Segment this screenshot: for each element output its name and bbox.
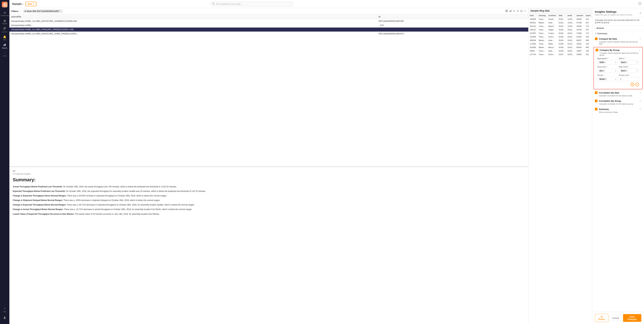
table-row[interactable]: 522690Marke...Macy's01/05...01/01...8343…: [528, 46, 592, 49]
search-placeholder: Ask a question of your data...: [216, 3, 242, 5]
table-cell: Trans...: [537, 53, 547, 56]
dimension-help-icon[interactable]: ?: [607, 66, 608, 68]
period-tag-remove[interactable]: ×: [605, 78, 606, 80]
ai-picker-button[interactable]: AI Picker: [595, 314, 608, 322]
date-field-tag: Each ×: [620, 70, 628, 72]
correlation-group-close[interactable]: ✕: [639, 100, 641, 102]
table-cell: 23663: [575, 53, 584, 56]
sidebar-item-reports[interactable]: Reports: [1, 42, 8, 50]
compare-group-checkbox[interactable]: ✓: [596, 49, 598, 51]
insights-body: › Bottom ∨ Summary ✓ Compare By Date: [592, 26, 644, 312]
table-cell: 01/01...: [566, 32, 575, 35]
aggregation-select[interactable]: SUM × ▾: [597, 60, 618, 65]
help-circle-icon[interactable]: ?: [638, 2, 641, 6]
main-table: sourceFile id /nbcsportsdata-in/NBA_ALL/…: [10, 15, 528, 167]
insight-correlation-by-group: ✓ Correlation By Group ✕ Calculate corre…: [592, 98, 644, 106]
table-row[interactable]: /nbcsportsdata-in/NBA_ALL/NBA_BOXSCORE_G…: [10, 32, 528, 36]
date-field-select[interactable]: Each × ▾: [619, 69, 639, 73]
metric-field: Metric* ? Each × ▾: [619, 57, 639, 65]
dropdown-arrow: ▾: [22, 3, 23, 5]
left-panel: Filters ▽ id Starts With 55f713a526536f4…: [10, 8, 528, 324]
tooltip-row[interactable]: /nbcsportsdata-in/NBA_ALL/NBA_FINALBOX_P…: [10, 28, 528, 32]
table-row[interactable]: 107287Trans...Costco01/03...01/01...1769…: [528, 32, 592, 35]
metric-tag-remove[interactable]: ×: [626, 62, 627, 63]
sidebar-item-alerts[interactable]: 🔔 Alerts: [1, 34, 8, 42]
filter-tag[interactable]: id Starts With 55f713a526536f441d557 ×: [23, 10, 63, 13]
table-cell: 522690: [528, 46, 537, 49]
table-row[interactable]: 127744Trans...Overs...01/07...01/01...23…: [528, 53, 592, 56]
search-bar[interactable]: Ask a question of your data...: [210, 2, 294, 6]
sidebar-item-dashboards[interactable]: ⊞ Dashboards: [1, 10, 8, 18]
table-cell: 34796: [575, 28, 584, 32]
dimension-tag-remove[interactable]: ×: [603, 70, 604, 72]
filter-tag-row: id Starts With 55f713a526536f441d557 ×: [23, 10, 504, 13]
table-row[interactable]: 94652Trans...eHar...01/08...01/01...1280…: [528, 49, 592, 53]
table-row[interactable]: 496166Marke...eHar...01/03...01/01...683…: [528, 39, 592, 42]
summary-checkbox[interactable]: ✓: [595, 108, 598, 111]
svg-point-19: [513, 10, 514, 12]
date-field-help-icon[interactable]: ?: [628, 66, 630, 68]
table-row[interactable]: 132430Trans...Overs...01/06...01/01...24…: [528, 35, 592, 39]
correlation-date-checkbox[interactable]: ✓: [595, 91, 598, 94]
table-cell: 01/01...: [566, 49, 575, 53]
date-field-tag-remove[interactable]: ×: [626, 70, 627, 72]
metric-help-icon[interactable]: ?: [625, 58, 626, 60]
search-icon-2[interactable]: [513, 10, 515, 13]
compare-group-close[interactable]: ✕: [639, 49, 641, 51]
cancel-button[interactable]: Cancel: [610, 315, 622, 321]
period-help-icon[interactable]: ?: [604, 74, 605, 76]
sidebar-item-more[interactable]: ··· More: [1, 50, 8, 58]
filter-tag-close[interactable]: ×: [60, 10, 61, 13]
insights-close-button[interactable]: ×: [640, 12, 641, 15]
insight-header: ✓ Correlation By Date ✕: [595, 91, 641, 94]
dimension-field: Dimension* ? Any × ▾: [597, 66, 618, 73]
remove-button[interactable]: −: [635, 83, 639, 86]
compare-date-close[interactable]: ✕: [639, 38, 641, 40]
table-icon[interactable]: [506, 10, 508, 13]
sidebar-item-widgets[interactable]: ▦ Widgets: [1, 18, 8, 26]
save-changes-button[interactable]: Save Changes: [623, 314, 642, 322]
menu-icon[interactable]: [524, 10, 526, 13]
svg-line-9: [214, 4, 214, 5]
table-row[interactable]: /nbcsportsdata-in/NBA_ALL/NBA_BOXSCORE_G…: [10, 19, 528, 23]
table-row[interactable]: 103112Trans...Macy's01/01...12/25...1584…: [528, 25, 592, 28]
chart-icon[interactable]: [509, 10, 512, 13]
table-cell: 410: [584, 18, 592, 21]
table-cell: 01/05...: [557, 28, 566, 32]
compare-date-checkbox[interactable]: ✓: [595, 38, 598, 40]
aggregation-help-icon[interactable]: ?: [608, 58, 610, 60]
section-summary[interactable]: ∨ Summary: [592, 31, 644, 36]
col-spam: spam: [584, 14, 592, 18]
dimension-select[interactable]: Any × ▾: [597, 69, 618, 73]
notification-icon[interactable]: [520, 10, 522, 13]
section-summary-label: Summary: [598, 32, 607, 35]
new-button[interactable]: New +: [25, 2, 36, 6]
table-row[interactable]: 481551Marke...eHar...01/01...12/25...674…: [528, 21, 592, 25]
correlation-group-checkbox[interactable]: ✓: [595, 100, 598, 102]
table-cell: 127744: [528, 53, 537, 56]
table-cell: 150167: [528, 28, 537, 32]
add-button[interactable]: +: [630, 83, 634, 86]
aggregation-tag-remove[interactable]: ×: [604, 62, 605, 63]
table-row[interactable]: 163848Trans...Faceb...01/01...12/25...38…: [528, 18, 592, 21]
correlation-date-close[interactable]: ✕: [639, 91, 641, 94]
summary-close[interactable]: ✕: [639, 108, 641, 111]
data-panel-header: Sample Msg data: [528, 8, 592, 14]
title-dropdown[interactable]: Sample ▾: [12, 3, 23, 6]
sidebar-item-help[interactable]: ? Help: [1, 306, 8, 313]
period-select[interactable]: Month × ▾: [597, 77, 618, 81]
sidebar-item-queries[interactable]: Queries: [1, 26, 8, 34]
table-row[interactable]: 111903Trans...Wells ...01/06...01/01...1…: [528, 42, 592, 46]
settings-icon[interactable]: [516, 10, 519, 13]
app-logo[interactable]: [2, 2, 8, 8]
result-limit-input[interactable]: 1: [619, 77, 639, 81]
table-cell: Marke...: [537, 21, 547, 25]
date-field-arrow: ▾: [636, 70, 638, 72]
table-cell: Marke...: [537, 39, 547, 42]
metric-arrow: ▾: [636, 62, 638, 63]
section-bottom[interactable]: › Bottom: [592, 26, 644, 31]
metric-select[interactable]: Each × ▾: [619, 60, 639, 65]
table-row[interactable]: /nbcsportsdata-in/NBA... ...b70: [10, 23, 528, 28]
table-row[interactable]: 150167Trans...Target01/05...01/01...3479…: [528, 28, 592, 32]
sidebar-item-user[interactable]: [1, 314, 8, 322]
